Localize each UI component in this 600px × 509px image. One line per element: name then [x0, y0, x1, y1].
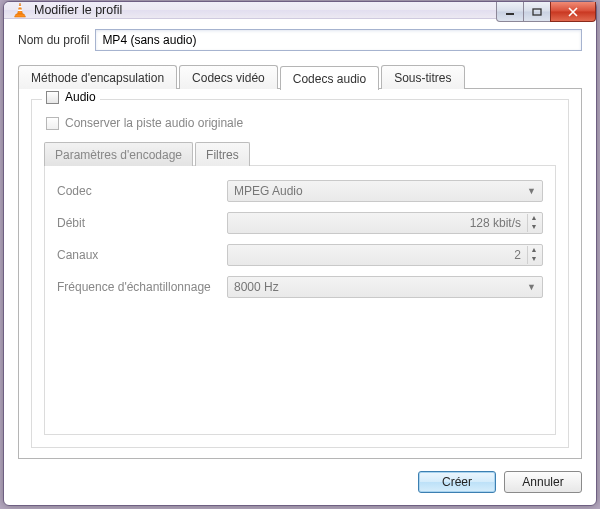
- vlc-cone-icon: [12, 2, 28, 18]
- channels-spin[interactable]: 2 ▲▼: [227, 244, 543, 266]
- svg-rect-1: [18, 10, 23, 12]
- window-buttons: [497, 2, 596, 22]
- bitrate-label: Débit: [57, 216, 227, 230]
- dialog-window: Modifier le profil Nom du profil Méthode…: [3, 1, 597, 506]
- channels-label: Canaux: [57, 248, 227, 262]
- svg-rect-2: [506, 13, 514, 15]
- channels-value: 2: [514, 248, 521, 262]
- dialog-body: Nom du profil Méthode d'encapsulation Co…: [4, 19, 596, 505]
- inner-tab-filters[interactable]: Filtres: [195, 142, 250, 166]
- inner-tab-encoding[interactable]: Paramètres d'encodage: [44, 142, 193, 166]
- tab-audio-codecs[interactable]: Codecs audio: [280, 66, 379, 90]
- maximize-button[interactable]: [523, 2, 551, 22]
- tab-panel-audio: Audio Conserver la piste audio originale…: [18, 88, 582, 459]
- samplerate-value: 8000 Hz: [234, 280, 279, 294]
- audio-checkbox[interactable]: [46, 91, 59, 104]
- chevron-down-icon: ▼: [527, 186, 536, 196]
- spin-up-icon[interactable]: ▲: [527, 214, 540, 223]
- audio-legend-text: Audio: [65, 90, 96, 104]
- bitrate-spin[interactable]: 128 kbit/s ▲▼: [227, 212, 543, 234]
- tab-video-codecs[interactable]: Codecs vidéo: [179, 65, 278, 89]
- audio-group: Audio Conserver la piste audio originale…: [31, 99, 569, 448]
- codec-value: MPEG Audio: [234, 184, 303, 198]
- tab-subtitles[interactable]: Sous-titres: [381, 65, 464, 89]
- spin-down-icon[interactable]: ▼: [527, 223, 540, 232]
- samplerate-combo[interactable]: 8000 Hz ▼: [227, 276, 543, 298]
- spin-up-icon[interactable]: ▲: [527, 246, 540, 255]
- main-tabs: Méthode d'encapsulation Codecs vidéo Cod…: [18, 65, 582, 89]
- close-button[interactable]: [550, 2, 596, 22]
- encoding-panel: Codec MPEG Audio ▼ Débit 128 kbit/s ▲▼ C…: [44, 165, 556, 435]
- dialog-footer: Créer Annuler: [18, 459, 582, 493]
- inner-tabs: Paramètres d'encodage Filtres: [44, 142, 556, 166]
- chevron-down-icon: ▼: [527, 282, 536, 292]
- window-title: Modifier le profil: [34, 3, 122, 17]
- create-button[interactable]: Créer: [418, 471, 496, 493]
- keep-original-label: Conserver la piste audio originale: [65, 116, 243, 130]
- minimize-button[interactable]: [496, 2, 524, 22]
- titlebar[interactable]: Modifier le profil: [4, 2, 596, 19]
- cancel-button[interactable]: Annuler: [504, 471, 582, 493]
- spin-down-icon[interactable]: ▼: [527, 255, 540, 264]
- svg-rect-0: [18, 6, 22, 7]
- codec-combo[interactable]: MPEG Audio ▼: [227, 180, 543, 202]
- profile-name-label: Nom du profil: [18, 33, 89, 47]
- samplerate-label: Fréquence d'échantillonnage: [57, 280, 227, 294]
- keep-original-checkbox[interactable]: [46, 117, 59, 130]
- bitrate-value: 128 kbit/s: [470, 216, 521, 230]
- codec-label: Codec: [57, 184, 227, 198]
- svg-rect-3: [533, 9, 541, 15]
- tab-encapsulation[interactable]: Méthode d'encapsulation: [18, 65, 177, 89]
- profile-name-input[interactable]: [95, 29, 582, 51]
